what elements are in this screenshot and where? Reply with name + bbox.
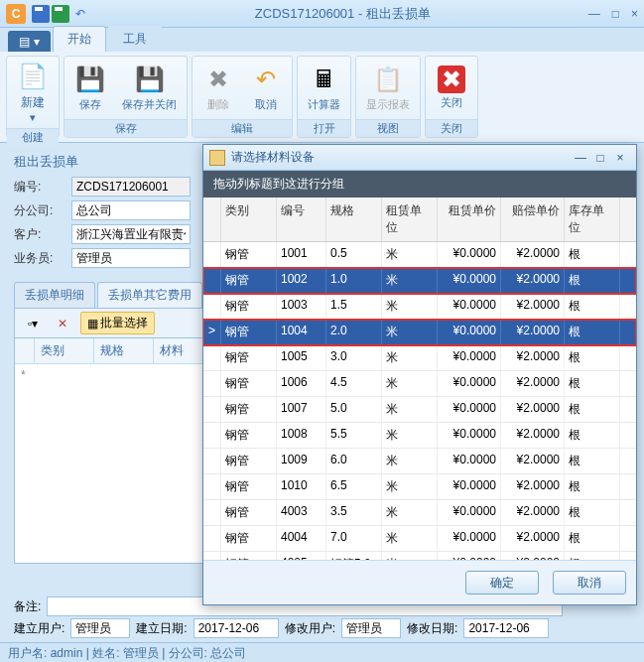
col-dialog-spec[interactable]: 规格: [326, 198, 382, 241]
dialog-titlebar[interactable]: 请选择材料设备 — □ ×: [203, 145, 636, 171]
col-dialog-rentprice[interactable]: 租赁单价: [438, 198, 501, 241]
cell-category: 钢管: [221, 268, 277, 293]
new-button[interactable]: 📄新建▾: [13, 59, 53, 126]
cell-rentunit: 米: [382, 500, 438, 525]
calculator-icon: 🖩: [309, 64, 340, 95]
cell-category: 钢管: [221, 423, 277, 448]
table-row[interactable]: 钢管10085.5米¥0.0000¥2.0000根: [203, 423, 636, 449]
table-row[interactable]: 钢管10064.5米¥0.0000¥2.0000根: [203, 371, 636, 397]
close-button[interactable]: ×: [631, 7, 638, 21]
row-indicator: [203, 449, 221, 473]
cell-spec: 钢管5.0: [326, 552, 382, 560]
cell-rentprice: ¥0.0000: [438, 268, 501, 293]
cell-code: 1002: [277, 268, 326, 293]
cell-stockunit: 根: [565, 320, 620, 344]
cell-spec: 5.0: [326, 397, 382, 422]
cell-comp: ¥2.0000: [501, 526, 565, 551]
col-spec[interactable]: 规格: [94, 338, 154, 363]
table-row[interactable]: 钢管10021.0米¥0.0000¥2.0000根: [203, 268, 636, 294]
col-dialog-code[interactable]: 编号: [277, 198, 326, 241]
cell-category: 钢管: [221, 294, 277, 319]
company-field[interactable]: [71, 200, 191, 220]
group-by-bar[interactable]: 拖动列标题到这进行分组: [203, 171, 636, 198]
mdate-label: 修改日期:: [407, 620, 457, 637]
cell-stockunit: 根: [565, 345, 620, 370]
table-row[interactable]: 钢管40033.5米¥0.0000¥2.0000根: [203, 500, 636, 526]
muser-label: 修改用户:: [285, 620, 335, 637]
col-dialog-stockunit[interactable]: 库存单位: [565, 198, 620, 241]
save-button[interactable]: 💾保存: [70, 62, 110, 114]
batch-select-button[interactable]: ▦批量选择: [80, 312, 155, 334]
close-doc-button[interactable]: ✖关闭: [432, 64, 471, 112]
tab-start[interactable]: 开始: [53, 26, 106, 52]
row-indicator: [203, 371, 221, 396]
qa-undo-icon[interactable]: ↶: [71, 5, 89, 23]
table-row[interactable]: 钢管10010.5米¥0.0000¥2.0000根: [203, 242, 636, 268]
cell-code: 4005: [277, 552, 326, 560]
col-dialog-rentunit[interactable]: 租赁单位: [382, 198, 438, 241]
cell-comp: ¥2.0000: [501, 552, 565, 560]
file-tab[interactable]: ▤▾: [8, 31, 51, 52]
cell-stockunit: 根: [565, 371, 620, 396]
table-row[interactable]: 钢管10106.5米¥0.0000¥2.0000根: [203, 474, 636, 500]
qa-saveclose-icon[interactable]: [52, 5, 69, 23]
dialog-maximize[interactable]: □: [590, 151, 610, 165]
dialog-minimize[interactable]: —: [571, 151, 590, 165]
mdate-field: [463, 618, 549, 638]
dialog-grid-body: 钢管10010.5米¥0.0000¥2.0000根钢管10021.0米¥0.00…: [203, 242, 636, 560]
cell-category: 钢管: [221, 242, 277, 267]
cell-rentunit: 米: [382, 552, 438, 560]
table-row[interactable]: 钢管10096.0米¥0.0000¥2.0000根: [203, 449, 636, 474]
table-row[interactable]: 钢管4005钢管5.0米¥0.0000¥2.0000根: [203, 552, 636, 560]
cell-spec: 7.0: [326, 526, 382, 551]
number-label: 编号:: [14, 179, 65, 196]
dialog-cancel-button[interactable]: 取消: [553, 571, 626, 595]
cancel-button[interactable]: ↶取消: [246, 62, 286, 114]
table-row[interactable]: 钢管40047.0米¥0.0000¥2.0000根: [203, 526, 636, 552]
cdate-label: 建立日期:: [136, 620, 187, 637]
col-category[interactable]: 类别: [35, 338, 94, 363]
customer-field[interactable]: [71, 224, 191, 244]
dialog-grid-head: 类别 编号 规格 租赁单位 租赁单价 赔偿单价 库存单位: [203, 198, 636, 242]
maximize-button[interactable]: □: [612, 7, 619, 21]
tab-loss-fees[interactable]: 丢损单其它费用: [97, 282, 202, 308]
save-icon: 💾: [74, 64, 106, 95]
number-field[interactable]: [71, 177, 191, 197]
qa-save-icon[interactable]: [32, 5, 50, 23]
tab-loss-items[interactable]: 丢损单明细: [14, 282, 95, 308]
tab-tools[interactable]: 工具: [108, 26, 162, 52]
ribbon: 📄新建▾ 创建 💾保存 💾保存并关闭 保存 ✖删除 ↶取消 编辑 🖩计算器 打开…: [0, 52, 644, 143]
table-row[interactable]: 钢管10075.0米¥0.0000¥2.0000根: [203, 397, 636, 423]
cell-rentprice: ¥0.0000: [438, 474, 501, 499]
dialog-ok-button[interactable]: 确定: [465, 571, 539, 595]
cell-rentprice: ¥0.0000: [438, 320, 501, 344]
remove-row-button[interactable]: ✕: [51, 314, 74, 333]
cell-rentunit: 米: [382, 320, 438, 344]
save-close-icon: 💾: [134, 64, 166, 95]
col-dialog-category[interactable]: 类别: [221, 198, 277, 241]
row-indicator: [203, 268, 221, 293]
col-material[interactable]: 材料: [154, 338, 203, 363]
minimize-button[interactable]: —: [588, 7, 600, 21]
cell-stockunit: 根: [565, 526, 620, 551]
col-dialog-comp[interactable]: 赔偿单价: [501, 198, 565, 241]
cell-rentunit: 米: [382, 526, 438, 551]
table-row[interactable]: 钢管10031.5米¥0.0000¥2.0000根: [203, 294, 636, 320]
table-row[interactable]: 钢管10053.0米¥0.0000¥2.0000根: [203, 345, 636, 371]
table-row[interactable]: >钢管10042.0米¥0.0000¥2.0000根: [203, 320, 636, 345]
group-edit-label: 编辑: [193, 119, 292, 137]
clerk-field[interactable]: [71, 248, 191, 268]
cell-spec: 4.5: [326, 371, 382, 396]
app-orb-icon[interactable]: C: [6, 4, 26, 24]
cell-spec: 3.0: [326, 345, 382, 370]
dialog-close[interactable]: ×: [610, 151, 630, 165]
save-close-button[interactable]: 💾保存并关闭: [118, 62, 181, 114]
dialog-title: 请选择材料设备: [231, 149, 315, 166]
calculator-button[interactable]: 🖩计算器: [304, 62, 344, 114]
group-open-label: 打开: [298, 119, 350, 137]
cell-comp: ¥2.0000: [501, 320, 565, 344]
add-row-button[interactable]: ▫▾: [21, 314, 45, 333]
cell-code: 1008: [277, 423, 326, 448]
group-create-label: 创建: [7, 128, 59, 146]
cell-stockunit: 根: [565, 242, 620, 267]
